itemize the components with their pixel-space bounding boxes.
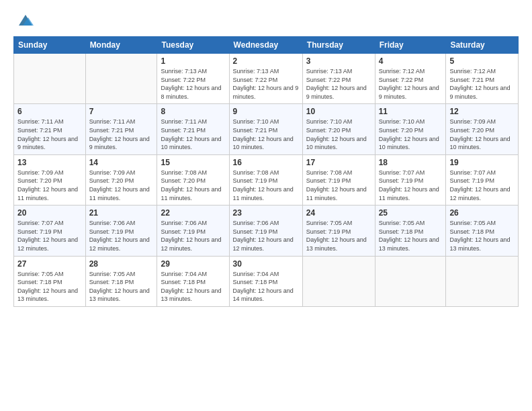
day-info: Sunrise: 7:06 AMSunset: 7:19 PMDaylight:… [233,219,299,253]
calendar-cell: 13Sunrise: 7:09 AMSunset: 7:20 PMDayligh… [14,154,86,205]
week-row-4: 20Sunrise: 7:07 AMSunset: 7:19 PMDayligh… [14,205,519,256]
day-number: 18 [379,158,443,167]
logo-icon [16,11,35,30]
day-number: 19 [449,158,515,167]
calendar-cell: 1Sunrise: 7:13 AMSunset: 7:22 PMDaylight… [157,54,229,104]
week-row-2: 6Sunrise: 7:11 AMSunset: 7:21 PMDaylight… [14,104,519,154]
calendar-cell: 11Sunrise: 7:10 AMSunset: 7:20 PMDayligh… [375,104,446,154]
calendar-cell: 29Sunrise: 7:04 AMSunset: 7:18 PMDayligh… [157,256,229,306]
day-number: 13 [17,158,82,167]
day-info: Sunrise: 7:11 AMSunset: 7:21 PMDaylight:… [89,118,154,151]
calendar-cell: 27Sunrise: 7:05 AMSunset: 7:18 PMDayligh… [14,256,86,306]
calendar-cell: 26Sunrise: 7:05 AMSunset: 7:18 PMDayligh… [446,205,519,256]
calendar-cell [375,256,446,306]
day-info: Sunrise: 7:13 AMSunset: 7:22 PMDaylight:… [161,67,225,101]
day-info: Sunrise: 7:11 AMSunset: 7:21 PMDaylight:… [161,118,225,151]
day-info: Sunrise: 7:13 AMSunset: 7:22 PMDaylight:… [306,67,371,101]
calendar-cell: 28Sunrise: 7:05 AMSunset: 7:18 PMDayligh… [85,256,157,306]
day-number: 8 [161,107,225,116]
day-info: Sunrise: 7:05 AMSunset: 7:18 PMDaylight:… [449,219,515,253]
day-number: 28 [89,259,154,269]
day-number: 22 [161,208,225,218]
day-info: Sunrise: 7:07 AMSunset: 7:19 PMDaylight:… [17,219,82,253]
day-number: 21 [89,208,154,218]
calendar-cell: 17Sunrise: 7:08 AMSunset: 7:19 PMDayligh… [302,154,375,205]
day-info: Sunrise: 7:08 AMSunset: 7:19 PMDaylight:… [306,169,371,202]
calendar-cell: 2Sunrise: 7:13 AMSunset: 7:22 PMDaylight… [229,54,302,104]
day-info: Sunrise: 7:09 AMSunset: 7:20 PMDaylight:… [89,169,154,202]
day-number: 24 [306,208,371,218]
day-number: 5 [449,56,515,66]
calendar-table: SundayMondayTuesdayWednesdayThursdayFrid… [13,36,519,307]
calendar-cell: 14Sunrise: 7:09 AMSunset: 7:20 PMDayligh… [85,154,157,205]
calendar-cell: 23Sunrise: 7:06 AMSunset: 7:19 PMDayligh… [229,205,302,256]
day-number: 26 [449,208,515,218]
week-row-3: 13Sunrise: 7:09 AMSunset: 7:20 PMDayligh… [14,154,519,205]
day-info: Sunrise: 7:12 AMSunset: 7:22 PMDaylight:… [379,67,443,101]
calendar-cell: 5Sunrise: 7:12 AMSunset: 7:21 PMDaylight… [446,54,519,104]
day-info: Sunrise: 7:08 AMSunset: 7:19 PMDaylight:… [233,169,299,202]
calendar-cell: 8Sunrise: 7:11 AMSunset: 7:21 PMDaylight… [157,104,229,154]
calendar-cell: 10Sunrise: 7:10 AMSunset: 7:20 PMDayligh… [302,104,375,154]
calendar-cell: 21Sunrise: 7:06 AMSunset: 7:19 PMDayligh… [85,205,157,256]
calendar-cell: 15Sunrise: 7:08 AMSunset: 7:20 PMDayligh… [157,154,229,205]
day-number: 30 [233,259,299,269]
calendar-cell: 22Sunrise: 7:06 AMSunset: 7:19 PMDayligh… [157,205,229,256]
day-number: 12 [449,107,515,116]
day-info: Sunrise: 7:05 AMSunset: 7:18 PMDaylight:… [89,270,154,304]
day-number: 14 [89,158,154,167]
calendar-cell: 19Sunrise: 7:07 AMSunset: 7:19 PMDayligh… [446,154,519,205]
calendar-cell: 12Sunrise: 7:09 AMSunset: 7:20 PMDayligh… [446,104,519,154]
day-info: Sunrise: 7:04 AMSunset: 7:18 PMDaylight:… [233,270,299,304]
calendar-cell: 3Sunrise: 7:13 AMSunset: 7:22 PMDaylight… [302,54,375,104]
day-info: Sunrise: 7:09 AMSunset: 7:20 PMDaylight:… [17,169,82,202]
day-info: Sunrise: 7:10 AMSunset: 7:20 PMDaylight:… [379,118,443,151]
logo-text-block [13,11,35,30]
day-info: Sunrise: 7:06 AMSunset: 7:19 PMDaylight:… [89,219,154,253]
calendar-cell: 16Sunrise: 7:08 AMSunset: 7:19 PMDayligh… [229,154,302,205]
day-number: 6 [17,107,82,116]
calendar-cell [14,54,86,104]
day-number: 17 [306,158,371,167]
calendar-cell [85,54,157,104]
day-number: 10 [306,107,371,116]
calendar-header-row: SundayMondayTuesdayWednesdayThursdayFrid… [14,37,519,54]
day-info: Sunrise: 7:05 AMSunset: 7:18 PMDaylight:… [17,270,82,304]
day-info: Sunrise: 7:07 AMSunset: 7:19 PMDaylight:… [379,169,443,202]
calendar-cell: 24Sunrise: 7:05 AMSunset: 7:19 PMDayligh… [302,205,375,256]
day-number: 16 [233,158,299,167]
col-header-monday: Monday [85,37,157,54]
day-info: Sunrise: 7:07 AMSunset: 7:19 PMDaylight:… [449,169,515,202]
col-header-tuesday: Tuesday [157,37,229,54]
day-info: Sunrise: 7:10 AMSunset: 7:20 PMDaylight:… [306,118,371,151]
calendar-cell [302,256,375,306]
calendar-cell: 9Sunrise: 7:10 AMSunset: 7:21 PMDaylight… [229,104,302,154]
day-info: Sunrise: 7:05 AMSunset: 7:18 PMDaylight:… [379,219,443,253]
day-number: 4 [379,56,443,66]
day-number: 7 [89,107,154,116]
calendar-cell: 20Sunrise: 7:07 AMSunset: 7:19 PMDayligh… [14,205,86,256]
day-number: 20 [17,208,82,218]
day-info: Sunrise: 7:11 AMSunset: 7:21 PMDaylight:… [17,118,82,151]
calendar-cell [446,256,519,306]
day-number: 15 [161,158,225,167]
col-header-wednesday: Wednesday [229,37,302,54]
calendar-cell: 6Sunrise: 7:11 AMSunset: 7:21 PMDaylight… [14,104,86,154]
day-number: 1 [161,56,225,66]
day-info: Sunrise: 7:12 AMSunset: 7:21 PMDaylight:… [449,67,515,101]
calendar-cell: 30Sunrise: 7:04 AMSunset: 7:18 PMDayligh… [229,256,302,306]
col-header-thursday: Thursday [302,37,375,54]
day-info: Sunrise: 7:08 AMSunset: 7:20 PMDaylight:… [161,169,225,202]
week-row-5: 27Sunrise: 7:05 AMSunset: 7:18 PMDayligh… [14,256,519,306]
page: SundayMondayTuesdayWednesdayThursdayFrid… [0,0,532,411]
col-header-saturday: Saturday [446,37,519,54]
day-info: Sunrise: 7:09 AMSunset: 7:20 PMDaylight:… [449,118,515,151]
day-number: 9 [233,107,299,116]
day-number: 2 [233,56,299,66]
day-number: 25 [379,208,443,218]
day-info: Sunrise: 7:13 AMSunset: 7:22 PMDaylight:… [233,67,299,101]
day-number: 11 [379,107,443,116]
calendar-cell: 25Sunrise: 7:05 AMSunset: 7:18 PMDayligh… [375,205,446,256]
day-number: 29 [161,259,225,269]
day-number: 23 [233,208,299,218]
